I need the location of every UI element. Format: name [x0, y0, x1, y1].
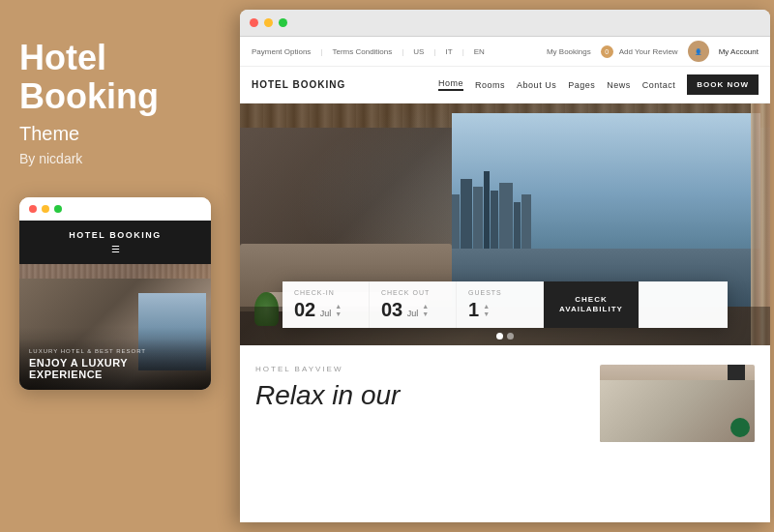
user-icon: 👤	[695, 48, 701, 55]
hotel-info: HOTEL BAYVIEW Relax in our	[255, 365, 580, 442]
site-logo[interactable]: HOTEL BOOKING	[252, 79, 345, 90]
utility-lang-it[interactable]: IT	[446, 47, 453, 56]
main-title: Hotel Booking	[19, 39, 221, 115]
mobile-hero-title: ENJOY A LUXURY EXPERIENCE	[29, 357, 201, 380]
hotel-main-title: Relax in our	[255, 379, 580, 412]
browser-dot-maximize[interactable]	[279, 18, 287, 27]
checkout-label: CHECK OUT	[381, 289, 444, 296]
nav-contact[interactable]: Contact	[642, 80, 676, 90]
checkout-down-arrow[interactable]: ▼	[422, 310, 429, 317]
mobile-hamburger-icon: ☰	[29, 244, 201, 254]
checkin-day: 02	[294, 299, 315, 320]
browser-dot-close[interactable]	[250, 18, 258, 27]
utility-left: Payment Options | Terms Conditions | US …	[252, 47, 485, 56]
checkin-label: CHECK-IN	[294, 289, 357, 296]
hotel-tag: HOTEL BAYVIEW	[255, 365, 580, 373]
checkout-field[interactable]: CHECK OUT 03 Jul ▲ ▼	[370, 281, 457, 328]
hero-section: CHECK-IN 02 Jul ▲ ▼ CHECK OUT	[240, 103, 770, 345]
booking-bar: CHECK-IN 02 Jul ▲ ▼ CHECK OUT	[283, 281, 728, 328]
my-bookings-link[interactable]: My Bookings	[547, 47, 591, 56]
utility-bar: Payment Options | Terms Conditions | US …	[240, 37, 770, 67]
book-now-button[interactable]: BOOK NOW	[687, 74, 759, 95]
checkout-month: Jul	[407, 309, 419, 318]
mobile-site-title: HOTEL BOOKING	[29, 230, 201, 240]
nav-rooms[interactable]: Rooms	[475, 80, 505, 90]
nav-about[interactable]: About Us	[517, 80, 556, 90]
guests-up-arrow[interactable]: ▲	[483, 303, 490, 310]
checkout-day: 03	[381, 299, 402, 320]
add-review-link[interactable]: Add Your Review	[619, 47, 678, 56]
theme-subtitle: Theme	[19, 123, 221, 145]
checkin-down-arrow[interactable]: ▼	[335, 310, 342, 317]
nav-news[interactable]: News	[607, 80, 631, 90]
utility-right: My Bookings 0 Add Your Review 👤 My Accou…	[547, 41, 759, 62]
website-content: Payment Options | Terms Conditions | US …	[240, 37, 770, 522]
author-label: By nicdark	[19, 151, 221, 166]
main-navigation: HOTEL BOOKING Home Rooms About Us Pages …	[240, 67, 770, 103]
dot-green	[54, 205, 62, 213]
mobile-hero-subtitle: LUXURY HOTEL & BEST RESORT	[29, 348, 201, 354]
guests-field[interactable]: GUESTS 1 ▲ ▼	[457, 281, 544, 328]
cart-badge[interactable]: 0	[601, 45, 613, 58]
browser-dot-minimize[interactable]	[264, 18, 273, 27]
mobile-preview-bar	[19, 197, 211, 221]
check-availability-button[interactable]: CHECK AVAILABILITY	[544, 281, 639, 328]
checkout-up-arrow[interactable]: ▲	[422, 303, 429, 310]
room-thumbnail	[600, 365, 755, 442]
hero-window-view	[452, 113, 760, 307]
left-panel: Hotel Booking Theme By nicdark HOTEL BOO…	[0, 0, 240, 532]
mobile-hero-overlay: LUXURY HOTEL & BEST RESORT ENJOY A LUXUR…	[19, 339, 211, 390]
mobile-preview-card: HOTEL BOOKING ☰ LUXURY HOTEL & BEST RESO…	[19, 197, 211, 390]
checkin-up-arrow[interactable]: ▲	[335, 303, 342, 310]
guests-label: GUESTS	[468, 289, 531, 296]
dot-red	[29, 205, 37, 213]
utility-terms[interactable]: Terms Conditions	[332, 47, 392, 56]
utility-payment[interactable]: Payment Options	[252, 47, 311, 56]
dot-yellow	[42, 205, 49, 213]
utility-lang-us[interactable]: US	[413, 47, 424, 56]
slider-dot-2[interactable]	[507, 333, 514, 340]
below-hero-section: HOTEL BAYVIEW Relax in our	[240, 345, 770, 452]
checkin-field[interactable]: CHECK-IN 02 Jul ▲ ▼	[283, 281, 370, 328]
guests-count: 1	[468, 300, 479, 319]
checkin-month: Jul	[320, 309, 332, 318]
user-name-label[interactable]: My Account	[719, 47, 759, 56]
browser-window: Payment Options | Terms Conditions | US …	[240, 10, 770, 522]
user-avatar[interactable]: 👤	[688, 41, 709, 62]
guests-down-arrow[interactable]: ▼	[483, 310, 490, 317]
nav-pages[interactable]: Pages	[568, 80, 595, 90]
browser-titlebar	[240, 10, 770, 37]
utility-lang-en[interactable]: EN	[474, 47, 485, 56]
room-image	[600, 365, 755, 442]
slider-dot-1[interactable]	[496, 333, 503, 340]
nav-links: Home Rooms About Us Pages News Contact B…	[438, 74, 759, 95]
slider-dots	[496, 333, 514, 340]
nav-home[interactable]: Home	[438, 78, 463, 91]
mobile-header: HOTEL BOOKING ☰	[19, 221, 211, 264]
mobile-hero-image: LUXURY HOTEL & BEST RESORT ENJOY A LUXUR…	[19, 264, 211, 390]
